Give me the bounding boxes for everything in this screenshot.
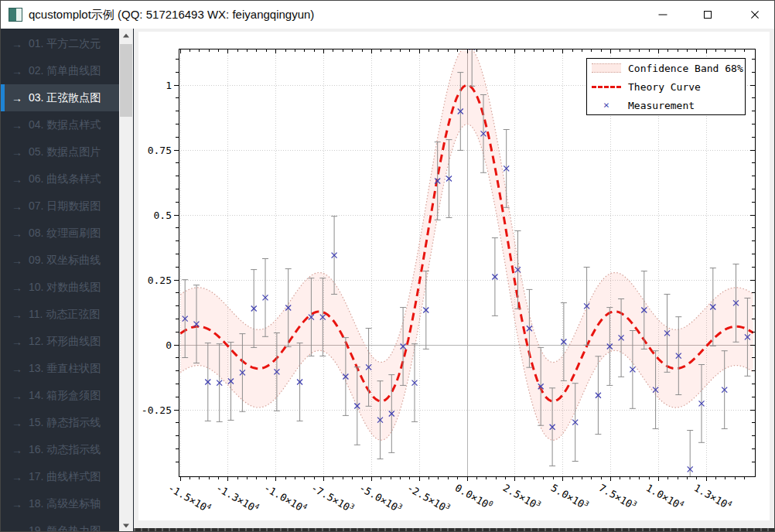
arrow-icon: → <box>12 38 22 50</box>
close-icon <box>750 10 760 20</box>
sidebar-item-label: 01. 平方二次元 <box>29 37 101 51</box>
sidebar-scrollbar[interactable] <box>119 29 133 532</box>
arrow-icon: → <box>12 281 22 294</box>
arrow-icon: → <box>12 200 22 213</box>
maximize-button[interactable] <box>689 1 725 29</box>
sidebar-item-10[interactable]: →10. 对数曲线图 <box>1 274 119 301</box>
close-button[interactable] <box>734 1 775 29</box>
sidebar-item-label: 02. 简单曲线图 <box>29 64 101 78</box>
chart-legend: Confidence Band 68%Theory Curve×Measurem… <box>586 58 746 115</box>
arrow-icon: → <box>12 173 22 186</box>
chevron-up-icon <box>123 34 129 38</box>
sidebar-item-13[interactable]: →13. 垂直柱状图 <box>1 355 119 382</box>
sidebar-item-01[interactable]: →01. 平方二次元 <box>1 30 119 57</box>
window-title: qcustomplot示例 (QQ: 517216493 WX: feiyang… <box>29 1 314 29</box>
y-tick-label: 0.75 <box>148 145 172 156</box>
legend-label: Theory Curve <box>628 81 701 93</box>
scroll-up-button[interactable] <box>119 29 133 43</box>
sidebar-item-03[interactable]: →03. 正弦散点图 <box>1 84 119 111</box>
legend-label: Confidence Band 68% <box>628 63 743 74</box>
arrow-icon: → <box>12 525 22 532</box>
sidebar-item-05[interactable]: →05. 数据点图片 <box>1 138 119 165</box>
y-tick-label: 0 <box>166 339 172 351</box>
maximize-icon <box>704 11 712 19</box>
chevron-down-icon <box>123 524 129 528</box>
sidebar-item-label: 06. 曲线条样式 <box>29 172 101 186</box>
arrow-icon: → <box>12 146 22 159</box>
app-icon <box>9 8 22 22</box>
sidebar-item-09[interactable]: →09. 双坐标曲线 <box>1 247 119 274</box>
scrollbar-thumb[interactable] <box>120 44 132 117</box>
sidebar-item-07[interactable]: →07. 日期数据图 <box>1 193 119 220</box>
sidebar-item-label: 12. 环形曲线图 <box>29 335 101 349</box>
sidebar: →01. 平方二次元→02. 简单曲线图→03. 正弦散点图→04. 数据点样式… <box>1 29 134 532</box>
legend-item[interactable]: Confidence Band 68% <box>587 60 745 76</box>
arrow-icon: → <box>12 498 22 510</box>
arrow-icon: → <box>12 390 22 402</box>
sidebar-item-label: 19. 颜色热力图 <box>29 524 101 532</box>
sidebar-item-label: 07. 日期数据图 <box>29 200 101 213</box>
y-tick-label: 0.5 <box>154 210 172 221</box>
sidebar-item-18[interactable]: →18. 高级坐标轴 <box>1 490 119 517</box>
sidebar-item-label: 08. 纹理画刷图 <box>29 227 101 240</box>
sidebar-item-12[interactable]: →12. 环形曲线图 <box>1 328 119 355</box>
arrow-icon: → <box>12 363 22 375</box>
y-tick-label: 1 <box>166 80 172 91</box>
sidebar-item-15[interactable]: →15. 静态指示线 <box>1 409 119 436</box>
minimize-button[interactable] <box>644 1 681 29</box>
sidebar-item-label: 11. 动态正弦图 <box>29 308 100 322</box>
sidebar-item-02[interactable]: →02. 简单曲线图 <box>1 57 119 84</box>
sidebar-item-label: 03. 正弦散点图 <box>29 91 101 105</box>
sidebar-item-11[interactable]: →11. 动态正弦图 <box>1 301 119 328</box>
arrow-icon: → <box>12 417 22 429</box>
sidebar-item-label: 14. 箱形盒须图 <box>29 389 101 403</box>
arrow-icon: → <box>12 444 22 456</box>
sidebar-item-label: 10. 对数曲线图 <box>29 281 101 295</box>
sidebar-item-label: 16. 动态指示线 <box>29 443 101 457</box>
sidebar-item-16[interactable]: →16. 动态指示线 <box>1 436 119 463</box>
legend-label: Measurement <box>628 100 695 111</box>
sidebar-item-06[interactable]: →06. 曲线条样式 <box>1 165 119 193</box>
cross-swatch-icon: × <box>592 101 621 110</box>
sidebar-item-04[interactable]: →04. 数据点样式 <box>1 111 119 138</box>
sidebar-item-label: 18. 高级坐标轴 <box>29 497 101 511</box>
sidebar-menu: →01. 平方二次元→02. 简单曲线图→03. 正弦散点图→04. 数据点样式… <box>1 30 119 532</box>
sidebar-item-14[interactable]: →14. 箱形盒须图 <box>1 382 119 409</box>
sidebar-item-label: 05. 数据点图片 <box>29 145 101 159</box>
main-area: 10.750.50.250-0.25 -1.5×104-1.3×104-1.0×… <box>134 29 775 532</box>
arrow-icon: → <box>12 92 22 104</box>
plot-widget[interactable]: 10.750.50.250-0.25 -1.5×104-1.3×104-1.0×… <box>138 32 770 520</box>
arrow-icon: → <box>12 119 22 131</box>
legend-item[interactable]: ×Measurement <box>587 97 745 113</box>
sidebar-item-label: 15. 静态指示线 <box>29 416 101 430</box>
arrow-icon: → <box>12 254 22 267</box>
sidebar-item-label: 09. 双坐标曲线 <box>29 254 101 268</box>
clipped-text-strip <box>134 528 775 532</box>
sidebar-item-label: 04. 数据点样式 <box>29 118 101 132</box>
scroll-down-button[interactable] <box>119 519 133 532</box>
band-swatch-icon <box>592 63 621 73</box>
sidebar-item-19[interactable]: →19. 颜色热力图 <box>1 517 119 532</box>
sidebar-item-label: 13. 垂直柱状图 <box>29 362 101 376</box>
title-bar: qcustomplot示例 (QQ: 517216493 WX: feiyang… <box>1 1 774 29</box>
sidebar-item-08[interactable]: →08. 纹理画刷图 <box>1 220 119 247</box>
arrow-icon: → <box>12 309 22 321</box>
arrow-icon: → <box>12 227 22 240</box>
arrow-icon: → <box>12 65 22 77</box>
sidebar-item-17[interactable]: →17. 曲线样式图 <box>1 463 119 490</box>
app-window: qcustomplot示例 (QQ: 517216493 WX: feiyang… <box>0 0 775 532</box>
minimize-icon <box>658 15 667 15</box>
dashed-line-swatch-icon <box>592 86 621 88</box>
y-tick-label: 0.25 <box>148 275 172 286</box>
arrow-icon: → <box>12 471 22 483</box>
arrow-icon: → <box>12 336 22 348</box>
y-tick-label: -0.25 <box>142 404 172 416</box>
legend-item[interactable]: Theory Curve <box>587 79 745 94</box>
sidebar-item-label: 17. 曲线样式图 <box>29 470 101 484</box>
